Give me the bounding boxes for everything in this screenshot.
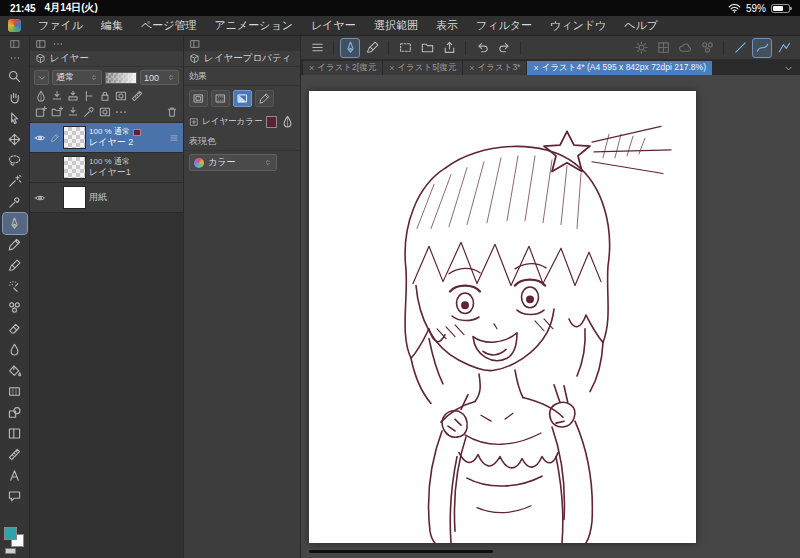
draft-effect-button[interactable] <box>255 90 274 107</box>
transparent-color-chip[interactable] <box>5 548 16 554</box>
layer-visibility-toggle[interactable] <box>33 192 46 204</box>
eraser-tool[interactable] <box>3 318 27 339</box>
menu-item-6[interactable]: 選択範囲 <box>365 18 427 33</box>
balloon-tool[interactable] <box>3 486 27 507</box>
document-tab-3[interactable]: ×イラスト3* <box>463 61 526 75</box>
layer-color-droplet-icon[interactable] <box>280 114 295 129</box>
layer-thumbnail[interactable] <box>63 126 86 149</box>
border-effect-button[interactable] <box>189 90 208 107</box>
menu-item-10[interactable]: ヘルプ <box>615 18 667 33</box>
horizontal-scrollbar[interactable] <box>309 550 493 553</box>
layer-visibility-toggle[interactable] <box>33 132 46 144</box>
opacity-slider[interactable] <box>105 72 137 84</box>
document-tab-2[interactable]: ×イラスト5[復元 <box>383 61 462 75</box>
layer-color-effect-button[interactable] <box>233 90 252 107</box>
ruler-tool[interactable] <box>3 444 27 465</box>
ruler-icon[interactable] <box>130 89 144 103</box>
snap-straight-ruler-button[interactable] <box>730 38 750 58</box>
opacity-stepper[interactable]: 100 <box>140 70 179 85</box>
document-tab-1[interactable]: ×イラスト2[復元 <box>303 61 382 75</box>
merge-icon[interactable] <box>66 89 80 103</box>
layer-row-1[interactable]: 100 % 通常レイヤー 2 <box>30 123 183 153</box>
menu-item-7[interactable]: 表示 <box>427 18 467 33</box>
menu-item-3[interactable]: ページ管理 <box>132 18 206 33</box>
move-tool[interactable] <box>3 87 27 108</box>
selection-launcher-button[interactable] <box>395 38 415 58</box>
layer-color-swatch[interactable] <box>266 116 278 128</box>
gradient-tool[interactable] <box>3 381 27 402</box>
dots3-icon[interactable] <box>114 105 128 119</box>
expression-color-select[interactable]: カラー <box>189 154 277 171</box>
pen-tool[interactable] <box>3 213 27 234</box>
brush-tool[interactable] <box>3 255 27 276</box>
menu-item-9[interactable]: ウィンドウ <box>541 18 615 33</box>
document-tab-4[interactable]: ×イラスト4* (A4 595 x 842px 72dpi 217.8%) <box>527 61 712 75</box>
tab-close-icon[interactable]: × <box>533 63 538 73</box>
layer-move-tool[interactable] <box>3 129 27 150</box>
tab-overflow-chevron[interactable] <box>779 61 798 75</box>
panel-toggle-icon[interactable] <box>9 38 21 50</box>
import-file-button[interactable] <box>417 38 437 58</box>
maskic-icon[interactable] <box>98 105 112 119</box>
snap-grid-button[interactable] <box>774 38 794 58</box>
text-tool[interactable] <box>3 465 27 486</box>
material-button[interactable] <box>697 38 717 58</box>
zoom-tool[interactable] <box>3 66 27 87</box>
brightness-button[interactable] <box>631 38 651 58</box>
pencil-tool[interactable] <box>3 234 27 255</box>
blend-mode-select[interactable]: 通常 <box>52 70 102 85</box>
undo-button[interactable] <box>472 38 492 58</box>
figure-tool[interactable] <box>3 402 27 423</box>
clipic-icon[interactable] <box>82 89 96 103</box>
decoration-tool[interactable] <box>3 297 27 318</box>
layer-row-2[interactable]: 100 % 通常レイヤー1 <box>30 153 183 183</box>
redo-button[interactable] <box>494 38 514 58</box>
tone-effect-button[interactable] <box>211 90 230 107</box>
menu-item-1[interactable]: ファイル <box>29 18 92 33</box>
fill-tool[interactable] <box>3 360 27 381</box>
menu-item-8[interactable]: フィルター <box>467 18 541 33</box>
foreground-color-chip[interactable] <box>4 527 17 540</box>
current-tool-pen-button[interactable] <box>340 38 360 58</box>
menu-item-4[interactable]: アニメーション <box>206 18 303 33</box>
transfer-icon[interactable] <box>66 105 80 119</box>
expand-icon[interactable] <box>189 117 199 127</box>
menu-item-2[interactable]: 編集 <box>92 18 132 33</box>
blend-tool[interactable] <box>3 339 27 360</box>
droplet2-icon[interactable] <box>34 89 48 103</box>
trash-icon[interactable] <box>165 105 179 119</box>
main-menu-button[interactable] <box>307 38 327 58</box>
layer-row-menu[interactable] <box>167 133 180 143</box>
property-palette-tab-icon[interactable] <box>189 38 201 50</box>
tab-close-icon[interactable]: × <box>469 63 474 73</box>
reference-grid-button[interactable] <box>653 38 673 58</box>
brush-settings-button[interactable] <box>362 38 382 58</box>
tab-close-icon[interactable]: × <box>389 63 394 73</box>
app-logo-icon[interactable] <box>8 19 21 32</box>
layer-palette-tab-icon[interactable] <box>35 38 47 50</box>
newlayer-icon[interactable] <box>34 105 48 119</box>
transfer-icon[interactable] <box>50 89 64 103</box>
snap-special-ruler-button[interactable] <box>752 38 772 58</box>
auto-select-tool[interactable] <box>3 171 27 192</box>
newfolder-icon[interactable] <box>50 105 64 119</box>
layer-row-3[interactable]: 用紙 <box>30 183 183 213</box>
palette-option-button[interactable] <box>34 70 49 85</box>
eyedropper-tool[interactable] <box>3 192 27 213</box>
selection-tool[interactable] <box>3 150 27 171</box>
frame-border-tool[interactable] <box>3 423 27 444</box>
layer-thumbnail[interactable] <box>63 186 86 209</box>
export-share-button[interactable] <box>439 38 459 58</box>
tab-close-icon[interactable]: × <box>309 63 314 73</box>
operation-tool[interactable] <box>3 108 27 129</box>
maskic-icon[interactable] <box>114 89 128 103</box>
document-canvas[interactable] <box>309 91 696 543</box>
canvas-viewport[interactable] <box>301 75 800 558</box>
airbrush-tool[interactable] <box>3 276 27 297</box>
layer-palette-menu-icon[interactable] <box>52 38 64 50</box>
dropper-icon[interactable] <box>82 105 96 119</box>
cloud-sync-button[interactable] <box>675 38 695 58</box>
menu-item-5[interactable]: レイヤー <box>302 18 365 33</box>
lock-icon[interactable] <box>98 89 112 103</box>
layer-thumbnail[interactable] <box>63 156 86 179</box>
